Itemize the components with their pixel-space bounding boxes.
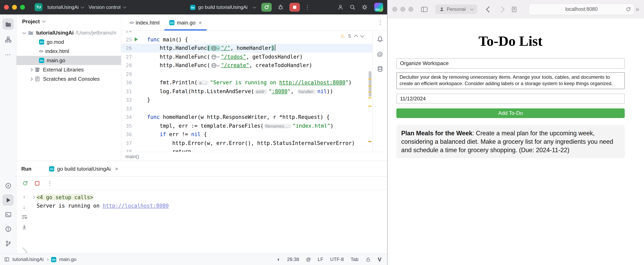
- line-separator[interactable]: LF: [318, 257, 324, 262]
- vcs-menu[interactable]: Version control: [89, 4, 126, 10]
- code-line[interactable]: 37 http.Error(w, err.Error(), http.Statu…: [122, 139, 373, 147]
- endpoint-globe-inlay[interactable]: [210, 45, 220, 51]
- run-config-selector[interactable]: Go go build tutorialUsingAi: [190, 4, 256, 10]
- code-with-me-icon[interactable]: [337, 4, 344, 10]
- status-project-name[interactable]: tutorialUsingAi: [12, 257, 44, 262]
- tree-item-go-mod[interactable]: Go go.mod: [16, 37, 121, 46]
- breadcrumb-item[interactable]: main(): [126, 154, 139, 159]
- warning-stripe-mark[interactable]: [368, 141, 372, 142]
- task-title-input[interactable]: [396, 58, 625, 68]
- project-menu[interactable]: tutorialUsingAi: [48, 4, 84, 10]
- toolbar-overflow-icon[interactable]: »: [636, 6, 639, 13]
- profile-selector[interactable]: Personal: [435, 4, 477, 14]
- run-gutter-icon[interactable]: [135, 37, 138, 41]
- console-options-kebab-icon[interactable]: ⋮: [47, 180, 53, 186]
- structure-tool-button[interactable]: [2, 34, 14, 45]
- inspections-widget[interactable]: ⚠ 5: [340, 33, 364, 39]
- ai-assistant-icon[interactable]: @: [377, 51, 383, 57]
- lock-icon[interactable]: [365, 257, 371, 262]
- next-problem-icon[interactable]: [360, 33, 364, 37]
- tab-index-html[interactable]: <> index.html: [124, 14, 164, 30]
- terminal-tool-button[interactable]: [2, 209, 14, 220]
- database-icon[interactable]: [376, 65, 383, 72]
- tree-item-main-go[interactable]: Go main.go: [16, 56, 121, 65]
- up-stack-trace-icon[interactable]: ↑: [23, 194, 26, 200]
- services-tool-button[interactable]: [2, 180, 14, 191]
- reload-icon[interactable]: [626, 6, 631, 12]
- caret-position[interactable]: 26:38: [287, 257, 299, 262]
- search-everywhere-icon[interactable]: [349, 4, 356, 10]
- zoom-window-button[interactable]: [20, 5, 25, 10]
- close-run-tab-icon[interactable]: ×: [115, 166, 118, 172]
- stop-button[interactable]: [289, 3, 300, 12]
- due-date-input[interactable]: [396, 93, 625, 103]
- tree-item-scratches[interactable]: Scratches and Consoles: [16, 74, 121, 83]
- endpoint-globe-inlay[interactable]: [210, 63, 220, 68]
- indent-style[interactable]: Tab: [351, 257, 358, 262]
- minimize-window-button[interactable]: [12, 5, 17, 10]
- address-bar[interactable]: localhost:8080: [529, 3, 634, 15]
- code-line[interactable]: 33: [122, 104, 373, 113]
- warning-stripe-mark[interactable]: [368, 106, 372, 107]
- status-file-name[interactable]: main.go: [59, 257, 76, 262]
- stop-console-button[interactable]: [34, 180, 40, 186]
- code-line[interactable]: 34func homeHandler(w http.ResponseWriter…: [122, 113, 373, 121]
- rerun-button[interactable]: [261, 3, 272, 12]
- run-tab[interactable]: Go go build tutorialUsingAi ×: [49, 166, 118, 172]
- warning-stripe-mark[interactable]: [368, 92, 372, 93]
- warning-stripe-mark[interactable]: [368, 79, 372, 80]
- editor-scrollbar[interactable]: [367, 31, 373, 152]
- file-encoding[interactable]: UTF-8: [330, 257, 344, 262]
- prev-problem-icon[interactable]: [354, 35, 358, 39]
- tab-main-go[interactable]: Go main.go ×: [164, 14, 207, 30]
- code-editor[interactable]: 2425func main() {26 http.HandleFunc("/",…: [122, 31, 373, 152]
- close-tab-icon[interactable]: ×: [198, 19, 202, 25]
- close-window-button[interactable]: [4, 5, 9, 10]
- project-window-icon[interactable]: [4, 257, 10, 262]
- code-line[interactable]: 31 log.Fatal(http.ListenAndServe(addr:":…: [122, 87, 373, 96]
- project-panel-header[interactable]: Project: [16, 14, 121, 28]
- code-line[interactable]: 24: [122, 31, 373, 35]
- tree-item-index-html[interactable]: <> index.html: [16, 46, 121, 56]
- run-tool-button[interactable]: [2, 194, 14, 206]
- project-badge[interactable]: TU: [34, 3, 42, 11]
- endpoint-globe-inlay[interactable]: [210, 54, 220, 60]
- project-tool-button[interactable]: [2, 18, 14, 30]
- code-line[interactable]: 27 http.HandleFunc("/todos", getTodosHan…: [122, 52, 373, 61]
- code-line[interactable]: 28 http.HandleFunc("/create", createTodo…: [122, 61, 373, 70]
- scrollbar-thumb[interactable]: [369, 71, 372, 97]
- code-line[interactable]: 29: [122, 70, 373, 78]
- code-line[interactable]: 26 http.HandleFunc("/", homeHandler): [122, 44, 373, 52]
- vim-mode-indicator[interactable]: V: [378, 256, 382, 263]
- zoom-window-button[interactable]: [408, 7, 413, 12]
- code-line[interactable]: 38 return: [122, 147, 373, 152]
- task-description-textarea[interactable]: [396, 72, 625, 89]
- down-stack-trace-icon[interactable]: ↓: [23, 204, 26, 210]
- expand-rail-chevron-icon[interactable]: [21, 247, 27, 254]
- collapse-chevron-icon[interactable]: [29, 77, 33, 81]
- run-console[interactable]: ↑ ↓: [16, 190, 387, 254]
- tree-item-root[interactable]: tutorialUsingAi /Users/jetbrains/n: [16, 28, 121, 37]
- notifications-bell-icon[interactable]: [376, 36, 383, 42]
- back-button[interactable]: [486, 6, 492, 12]
- page-format-icon[interactable]: [511, 6, 518, 12]
- editor-options-kebab-icon[interactable]: ⋮: [378, 19, 383, 26]
- tree-item-external-libraries[interactable]: External Libraries: [16, 65, 121, 74]
- reader-mode-icon[interactable]: ◐: [278, 257, 280, 262]
- close-window-button[interactable]: [392, 7, 397, 12]
- expand-chevron-icon[interactable]: [22, 31, 26, 34]
- collapse-chevron-icon[interactable]: [29, 68, 33, 71]
- annotations-at-icon[interactable]: @: [306, 257, 311, 262]
- run-more-kebab-icon[interactable]: ⋮: [304, 4, 310, 10]
- warning-stripe-mark[interactable]: [368, 97, 372, 98]
- settings-gear-icon[interactable]: [362, 4, 368, 10]
- console-link[interactable]: http://localhost:8080: [103, 203, 169, 209]
- code-line[interactable]: 36 if err != nil {: [122, 130, 373, 139]
- soft-wrap-icon[interactable]: [21, 214, 27, 220]
- warning-stripe-mark[interactable]: [368, 85, 372, 87]
- scroll-to-end-icon[interactable]: [21, 224, 27, 230]
- sidebar-toggle-icon[interactable]: [420, 6, 428, 13]
- code-line[interactable]: 25func main() {: [122, 35, 373, 44]
- minimize-window-button[interactable]: [400, 7, 405, 12]
- code-line[interactable]: 30 fmt.Println(a…:"Server is running on …: [122, 78, 373, 87]
